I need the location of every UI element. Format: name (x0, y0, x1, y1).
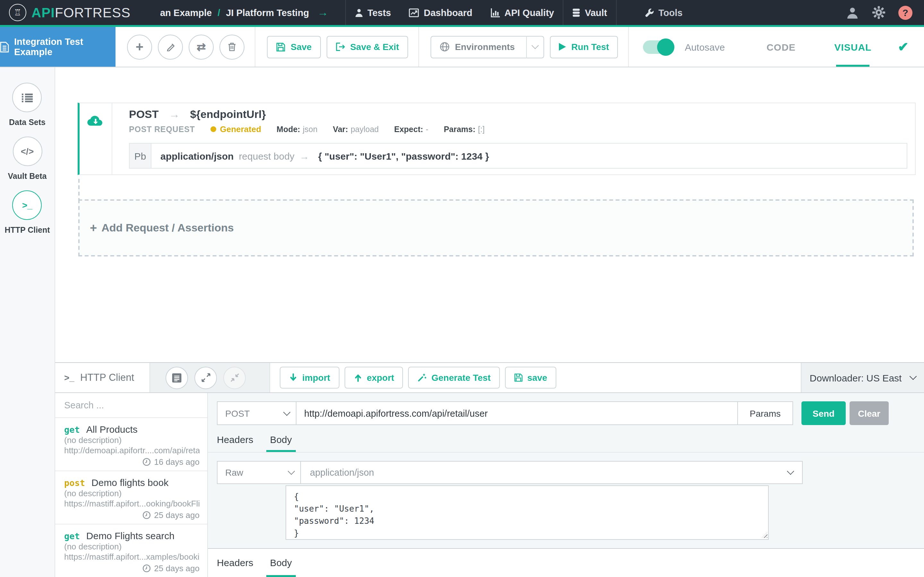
tab-code[interactable]: CODE (745, 27, 817, 67)
sidebar-item-data-sets[interactable]: Data Sets (9, 83, 45, 127)
url-input[interactable] (296, 401, 738, 425)
http-client-panel-header: >_ HTTP Client import export (55, 362, 924, 393)
tab-visual[interactable]: VISUAL (817, 27, 889, 67)
body-mode-select[interactable]: Raw (217, 461, 301, 484)
status-text: Generated (220, 124, 261, 134)
content-type-value: application/json (310, 467, 374, 478)
tab-request-body[interactable]: Body (270, 434, 292, 452)
panel-window-controls (150, 363, 270, 392)
run-test-button[interactable]: Run Test (550, 35, 618, 58)
history-search-row (55, 393, 207, 418)
meta-mode: Mode:json (276, 125, 318, 134)
view-mode-tabs: CODE VISUAL (745, 27, 889, 67)
history-list-button[interactable] (166, 366, 188, 389)
chevron-down-icon (283, 408, 291, 416)
history-age: 25 days ago (154, 510, 200, 520)
environments-chevron[interactable] (527, 35, 544, 58)
nav-api-quality-label: API Quality (504, 7, 554, 18)
history-name: All Products (86, 424, 137, 435)
sidebar-item-http-client[interactable]: >_ HTTP Client (5, 190, 50, 235)
http-client-title-label: HTTP Client (80, 372, 134, 384)
status-dot-icon (210, 126, 216, 132)
tab-request-headers[interactable]: Headers (217, 434, 253, 452)
request-kind-label: POST REQUEST (129, 125, 195, 134)
request-body-textarea[interactable]: { "user": "User1", "password": 1234 } (286, 485, 769, 540)
downloader-select[interactable]: Downloader: US East (801, 363, 924, 392)
test-tab-label: Integration Test Example (14, 37, 115, 57)
tab-response-headers[interactable]: Headers (217, 557, 253, 577)
clear-button[interactable]: Clear (850, 401, 889, 425)
add-request-label: Add Request / Assertions (102, 221, 234, 234)
meta-var: Var:payload (333, 125, 379, 134)
history-item[interactable]: post Demo flights book (no description) … (55, 471, 207, 524)
main-nav: Tests Dashboard API Quality Vault Tools (346, 0, 691, 25)
send-button[interactable]: Send (801, 401, 846, 425)
save-exit-button-label: Save & Exit (350, 42, 399, 52)
navbar-divider (616, 0, 617, 25)
navbar-right-icons: ? (846, 5, 924, 19)
arrow-right-icon: → (300, 150, 309, 161)
request-body-editor: { "user": "User1", "password": 1234 } (286, 485, 769, 540)
nav-api-quality[interactable]: API Quality (481, 0, 563, 25)
component-body: POST → ${endpointUrl} POST REQUEST Gener… (112, 103, 915, 174)
nav-vault[interactable]: Vault (564, 0, 616, 25)
generate-test-button[interactable]: Generate Test (409, 367, 500, 388)
collapse-panel-button[interactable] (223, 366, 246, 389)
settings-gear-icon[interactable] (872, 6, 885, 19)
client-save-button[interactable]: save (505, 367, 556, 388)
breadcrumb-project[interactable]: an Example (160, 7, 212, 18)
history-age: 25 days ago (154, 564, 200, 573)
method-select[interactable]: POST (217, 401, 296, 425)
plus-icon: + (90, 221, 97, 235)
edit-pencil-button[interactable] (158, 34, 183, 59)
search-input[interactable] (55, 400, 207, 410)
import-button[interactable]: import (280, 367, 339, 388)
left-rail: Data Sets </> Vault Beta >_ HTTP Client (0, 67, 55, 577)
history-age: 16 days ago (154, 457, 200, 467)
user-account-icon[interactable] (846, 6, 859, 19)
downloader-label: Downloader: US East (810, 372, 902, 383)
add-request-assertions-button[interactable]: + Add Request / Assertions (78, 199, 914, 256)
request-tabs: Headers Body (208, 425, 924, 453)
breadcrumb-test[interactable]: JI Platform Testing (226, 7, 309, 18)
clock-icon (142, 511, 151, 519)
save-exit-button[interactable]: Save & Exit (326, 35, 408, 58)
nav-dashboard[interactable]: Dashboard (400, 0, 481, 25)
history-item[interactable]: get Demo Flights search (no description)… (55, 524, 207, 577)
test-tab[interactable]: Integration Test Example (0, 27, 115, 67)
nav-tools[interactable]: Tools (636, 0, 691, 25)
tab-response-body[interactable]: Body (270, 557, 292, 577)
generated-status-badge: Generated (210, 124, 261, 134)
reorder-swap-button[interactable]: ⇄ (189, 34, 214, 59)
export-button[interactable]: export (344, 367, 403, 388)
autosave-toggle[interactable] (643, 40, 672, 53)
environments-dropdown[interactable]: Environments (431, 35, 544, 58)
save-button[interactable]: Save (267, 35, 320, 58)
help-icon[interactable]: ? (898, 5, 913, 19)
data-sets-icon (13, 83, 42, 112)
history-item[interactable]: get All Products (no description) http:/… (55, 418, 207, 471)
delete-trash-button[interactable] (220, 34, 244, 59)
nav-vault-label: Vault (585, 7, 607, 18)
tests-icon (355, 8, 363, 17)
top-navbar: ♖ APIFORTRESS an Example / JI Platform T… (0, 0, 924, 25)
sidebar-item-label: Vault Beta (8, 172, 47, 181)
content-type-select[interactable]: application/json (301, 461, 803, 484)
import-label: import (302, 372, 330, 383)
apifortress-logo[interactable]: ♖ APIFORTRESS (9, 4, 131, 21)
code-brackets-icon: </> (13, 137, 42, 166)
body-mode-value: Raw (225, 467, 243, 478)
add-component-button[interactable]: + (127, 34, 152, 59)
http-client-body: get All Products (no description) http:/… (55, 393, 924, 577)
request-body-row[interactable]: Pb application/json request body → { "us… (129, 143, 907, 169)
expand-panel-button[interactable] (194, 366, 217, 389)
history-url: https://mastiff.apifort...ooking/bookFli… (64, 499, 200, 508)
params-button[interactable]: Params (738, 401, 793, 425)
request-url-row: POST Params Send Clear (217, 401, 924, 425)
nav-tests[interactable]: Tests (346, 0, 400, 25)
magic-wand-icon (417, 373, 427, 382)
sidebar-item-vault-beta[interactable]: </> Vault Beta (8, 137, 47, 181)
post-request-component[interactable]: POST → ${endpointUrl} POST REQUEST Gener… (78, 103, 916, 175)
history-age-row: 16 days ago (64, 457, 200, 467)
save-button-label: Save (291, 42, 312, 52)
